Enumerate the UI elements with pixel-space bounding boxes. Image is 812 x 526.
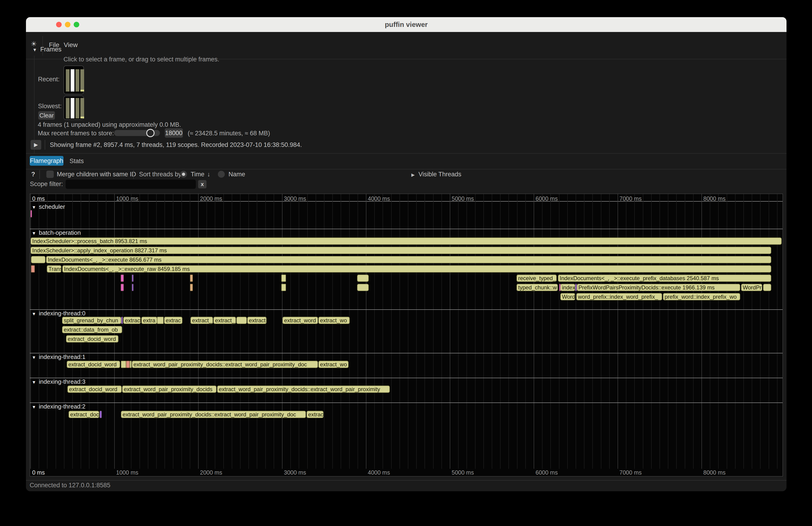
flame-bar[interactable]: extract_word_pair_proximity_docids::extr… (217, 385, 390, 393)
flame-bar[interactable]: Trans (47, 265, 61, 273)
thread-separator (30, 353, 783, 353)
flame-bar[interactable] (30, 210, 32, 217)
flame-bar[interactable]: extract_word_pair_proximity_docids (122, 385, 216, 393)
flame-bar[interactable]: PrefixWordPairsProximityDocids::execute … (577, 284, 740, 291)
flame-bar[interactable]: IndexDocuments<_, _>::execute 8656.677 m… (46, 256, 771, 263)
flame-bar[interactable] (357, 275, 369, 282)
flame-bar[interactable] (130, 361, 132, 368)
frame-bar[interactable] (66, 98, 70, 118)
sort-name-radio[interactable] (218, 171, 225, 178)
clear-button[interactable]: Clear (38, 111, 55, 120)
tab-flamegraph[interactable]: Flamegraph (30, 156, 63, 166)
gridline (290, 194, 291, 469)
recent-frames-thumbnail[interactable] (63, 65, 84, 94)
flame-bar[interactable]: extract_docid_word (66, 335, 118, 342)
flame-bar[interactable] (121, 317, 123, 324)
flame-bar[interactable] (236, 317, 247, 324)
flame-bar[interactable]: receive_typed_ (517, 275, 556, 282)
visible-threads-toggle[interactable]: ▶Visible Threads (411, 171, 461, 178)
flame-bar[interactable] (31, 265, 35, 273)
menu-view[interactable]: View (64, 41, 78, 49)
recent-label: Recent: (38, 76, 60, 83)
thread-label-batch-operation[interactable]: ▼batch-operation (32, 229, 81, 236)
frame-bar[interactable] (75, 98, 79, 118)
thread-label-indexing-thread:0[interactable]: ▼indexing-thread:0 (32, 310, 86, 317)
thread-label-scheduler[interactable]: ▼scheduler (32, 203, 65, 210)
gridline (752, 194, 752, 469)
tab-stats[interactable]: Stats (70, 158, 84, 165)
flame-bar[interactable]: extrac (307, 411, 323, 418)
flame-bar[interactable]: extract_wo (318, 317, 350, 324)
gridline (760, 194, 760, 469)
frame-bar-selected[interactable] (71, 69, 74, 91)
flame-bar[interactable] (157, 317, 164, 324)
scope-filter-input[interactable] (66, 179, 196, 189)
flame-bar[interactable] (126, 361, 130, 368)
flame-bar[interactable] (763, 284, 771, 291)
flame-bar[interactable] (575, 284, 577, 291)
flame-bar[interactable]: extract_docid_word (67, 361, 120, 368)
flame-bar[interactable]: WordPr (741, 284, 762, 291)
flame-bar[interactable]: extract_ (190, 317, 213, 324)
flame-bar[interactable] (190, 284, 193, 291)
flame-bar[interactable]: extra (141, 317, 157, 324)
slowest-frames-thumbnail[interactable] (63, 96, 84, 120)
frame-bar[interactable] (81, 69, 84, 91)
collapse-icon: ▼ (32, 380, 36, 385)
flame-bar[interactable] (100, 411, 102, 418)
flame-bar[interactable]: extract_docid_word (68, 385, 122, 393)
flame-bar[interactable] (281, 275, 286, 282)
flame-bar[interactable]: extract::data_from_ob (62, 326, 122, 333)
gridline (282, 194, 282, 469)
gridline (164, 194, 165, 469)
frame-bar[interactable] (75, 69, 79, 91)
flame-bar[interactable]: extrac (164, 317, 183, 324)
play-button[interactable]: ▶ (31, 140, 41, 150)
flame-bar[interactable]: index (560, 284, 575, 291)
merge-children-checkbox[interactable] (46, 171, 54, 178)
sort-time-radio[interactable] (180, 171, 187, 178)
flame-bar[interactable] (132, 275, 133, 282)
flame-bar[interactable]: extract (247, 317, 266, 324)
slider-knob[interactable] (146, 129, 155, 137)
flame-bar[interactable]: extract_wo (318, 361, 349, 368)
flame-bar[interactable] (190, 275, 193, 282)
flame-bar[interactable]: split_grenad_by_chun (62, 317, 121, 324)
flame-bar[interactable] (281, 284, 286, 291)
flame-bar[interactable]: extract_word (282, 317, 318, 324)
sort-direction-arrow-icon[interactable]: ↓ (207, 171, 211, 178)
flame-bar[interactable]: extract (123, 317, 141, 324)
gridline (223, 194, 224, 469)
frames-header[interactable]: ▼Frames (32, 46, 61, 53)
gridline (450, 194, 450, 469)
flame-bar[interactable]: typed_chunk::w (517, 284, 558, 291)
flame-bar[interactable]: IndexDocuments<_, _>::execute_prefix_dat… (558, 275, 771, 282)
flame-bar[interactable]: IndexScheduler>::apply_index_operation 8… (31, 247, 771, 254)
flamegraph-canvas[interactable]: 0 ms0 ms1000 ms1000 ms2000 ms2000 ms3000… (30, 194, 783, 477)
flame-bar[interactable]: extract_word_pair_proximity_docids::extr… (132, 361, 318, 368)
thread-label-indexing-thread:3[interactable]: ▼indexing-thread:3 (32, 378, 86, 385)
flame-bar[interactable]: IndexScheduler>::process_batch 8953.821 … (31, 237, 782, 245)
max-frames-value[interactable]: 18000 (165, 128, 183, 138)
flame-bar[interactable]: prefix_word::index_prefix_wo (663, 293, 740, 300)
frame-bar[interactable] (81, 98, 84, 118)
flame-bar[interactable]: extract_doc (69, 411, 99, 418)
help-button[interactable]: ? (31, 171, 35, 178)
clear-filter-button[interactable]: x (198, 180, 206, 188)
thread-label-indexing-thread:1[interactable]: ▼indexing-thread:1 (32, 353, 86, 361)
frame-info: Showing frame #2, 8957.4 ms, 7 threads, … (50, 141, 302, 148)
frame-bar-selected[interactable] (71, 98, 74, 118)
flame-bar[interactable] (121, 361, 126, 368)
flame-bar[interactable]: extract_word_pair_proximity_docids::extr… (121, 411, 306, 418)
flame-bar[interactable]: extract_ (214, 317, 236, 324)
flame-bar[interactable]: IndexDocuments<_, _>::execute_raw 8459.1… (62, 265, 771, 273)
flame-bar[interactable]: word_prefix::index_word_prefix_ (576, 293, 662, 300)
thread-label-indexing-thread:2[interactable]: ▼indexing-thread:2 (32, 403, 86, 410)
flame-bar[interactable] (121, 275, 124, 282)
flame-bar[interactable] (357, 284, 369, 291)
frame-bar[interactable] (66, 69, 70, 91)
flame-bar[interactable]: Word (560, 293, 575, 300)
flame-bar[interactable] (121, 284, 124, 291)
flame-bar[interactable] (132, 284, 133, 291)
flame-bar[interactable] (31, 256, 45, 263)
